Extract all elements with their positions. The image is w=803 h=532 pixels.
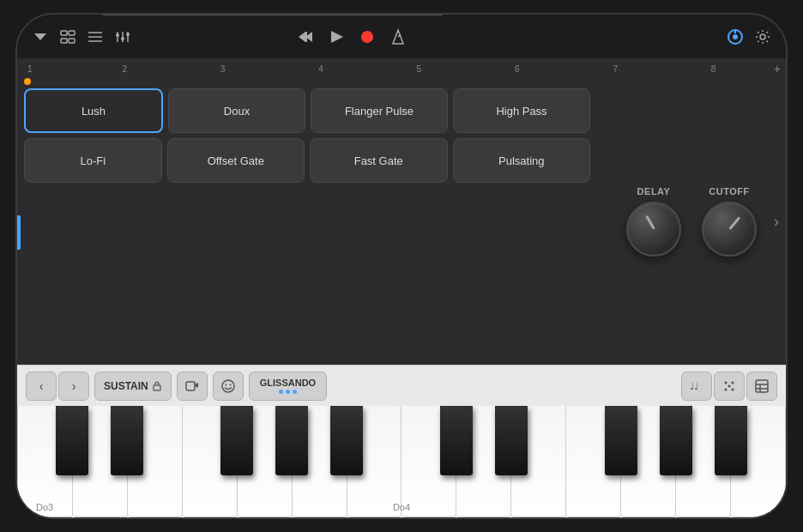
svg-rect-1	[61, 31, 67, 35]
more-controls-button[interactable]: ›	[774, 213, 779, 231]
svg-point-13	[126, 33, 130, 36]
svg-point-24	[760, 34, 765, 39]
ruler-mark-4: 4	[318, 64, 323, 74]
svg-rect-4	[69, 39, 75, 43]
svg-point-34	[732, 388, 734, 390]
ruler-mark-8: 8	[711, 64, 716, 74]
top-bar-left	[31, 27, 132, 46]
smart-controls-button[interactable]	[726, 27, 745, 46]
ruler-mark-6: 6	[515, 64, 520, 74]
tracks-icon[interactable]	[58, 27, 77, 46]
lock-icon	[152, 381, 162, 391]
play-button[interactable]	[327, 27, 346, 46]
cutoff-knob-container: CUTOFF	[702, 186, 757, 257]
svg-rect-3	[61, 39, 67, 43]
svg-marker-17	[331, 31, 343, 43]
top-line	[103, 15, 443, 15]
phone-frame: 1 2 3 4 5 6 7 8 + Lush Doux Flanger Puls…	[15, 13, 788, 519]
track-dot	[24, 78, 31, 85]
preset-offset-gate[interactable]: Offset Gate	[167, 138, 305, 183]
presets-panel: Lush Doux Flanger Pulse High Pass Lo-Fi …	[17, 78, 597, 365]
arpeggio-icon: ♩♩	[689, 378, 704, 394]
record-button[interactable]	[358, 27, 377, 46]
delay-knob[interactable]	[626, 202, 681, 257]
mixer-icon[interactable]	[113, 27, 132, 46]
black-key-1[interactable]	[111, 406, 143, 475]
black-key-5[interactable]	[330, 406, 363, 475]
svg-point-11	[121, 37, 124, 40]
cutoff-knob[interactable]	[702, 202, 757, 257]
rewind-button[interactable]	[296, 27, 315, 46]
svg-marker-0	[34, 33, 46, 40]
preset-lush[interactable]: Lush	[24, 88, 163, 133]
ruler-mark-1: 1	[27, 64, 33, 74]
svg-point-27	[222, 380, 234, 392]
settings-kb-button[interactable]	[746, 372, 777, 401]
black-key-3[interactable]	[220, 406, 253, 475]
controls-panel: DELAY CUTOFF ›	[597, 78, 786, 365]
svg-rect-36	[756, 380, 768, 392]
svg-point-28	[225, 384, 226, 385]
kb-right-group: ♩♩	[681, 372, 777, 401]
dot-2	[286, 390, 290, 394]
sustain-button[interactable]: SUSTAIN	[94, 372, 172, 401]
kb-nav-group: ‹ ›	[26, 372, 89, 401]
black-key-7[interactable]	[440, 406, 473, 475]
svg-point-18	[361, 31, 373, 43]
preset-high-pass[interactable]: High Pass	[453, 88, 590, 133]
black-key-12[interactable]	[715, 406, 747, 475]
preset-lo-fi[interactable]: Lo-Fi	[24, 138, 162, 183]
preset-pulsating[interactable]: Pulsating	[453, 138, 591, 183]
piano-keys	[17, 406, 786, 517]
kb-prev-button[interactable]: ‹	[26, 372, 57, 401]
black-key-4[interactable]	[275, 406, 308, 475]
glissando-button[interactable]: GLISSANDO	[249, 372, 327, 401]
chord-icon	[721, 378, 737, 394]
svg-marker-14	[299, 32, 305, 42]
svg-point-32	[732, 381, 734, 384]
svg-text:♩♩: ♩♩	[690, 381, 698, 391]
dot-3	[293, 390, 297, 394]
top-bar	[17, 15, 786, 59]
glissando-label: GLISSANDO	[260, 378, 316, 388]
kb-next-button[interactable]: ›	[58, 372, 89, 401]
svg-rect-2	[69, 31, 75, 35]
metronome-button[interactable]	[389, 27, 408, 46]
settings-kb-icon	[754, 378, 770, 394]
do4-label: Do4	[393, 502, 410, 512]
svg-point-35	[728, 384, 731, 387]
arpeggio-button[interactable]: ♩♩	[681, 372, 712, 401]
top-bar-center	[296, 27, 408, 46]
ruler-mark-3: 3	[220, 64, 226, 74]
svg-point-33	[725, 388, 728, 390]
delay-label: DELAY	[637, 186, 671, 196]
emoji-icon	[220, 378, 236, 394]
black-key-10[interactable]	[605, 406, 637, 475]
svg-point-29	[229, 384, 231, 385]
black-key-11[interactable]	[660, 406, 692, 475]
preset-row-1: Lush Doux Flanger Pulse High Pass	[24, 88, 590, 133]
cutoff-indicator	[728, 216, 740, 230]
dropdown-icon[interactable]	[31, 27, 50, 46]
black-key-8[interactable]	[495, 406, 528, 475]
knobs-row: DELAY CUTOFF	[604, 186, 779, 257]
settings-button[interactable]	[753, 27, 772, 46]
cutoff-label: CUTOFF	[709, 186, 749, 196]
preset-doux[interactable]: Doux	[168, 88, 305, 133]
top-bar-right	[726, 27, 772, 46]
add-track-button[interactable]: +	[774, 62, 781, 76]
dot-1	[279, 390, 283, 394]
record-icon-button[interactable]	[177, 372, 208, 401]
preset-fast-gate[interactable]: Fast Gate	[310, 138, 448, 183]
black-key-0[interactable]	[56, 406, 88, 475]
svg-rect-26	[186, 382, 195, 390]
emoji-button[interactable]	[213, 372, 244, 401]
chord-button[interactable]	[714, 372, 745, 401]
main-content: Lush Doux Flanger Pulse High Pass Lo-Fi …	[17, 78, 786, 365]
preset-flanger-pulse[interactable]: Flanger Pulse	[311, 88, 448, 133]
delay-knob-container: DELAY	[626, 186, 681, 257]
svg-point-22	[733, 34, 738, 39]
sustain-label: SUSTAIN	[104, 380, 148, 392]
svg-rect-25	[154, 385, 160, 390]
list-icon[interactable]	[86, 27, 105, 46]
